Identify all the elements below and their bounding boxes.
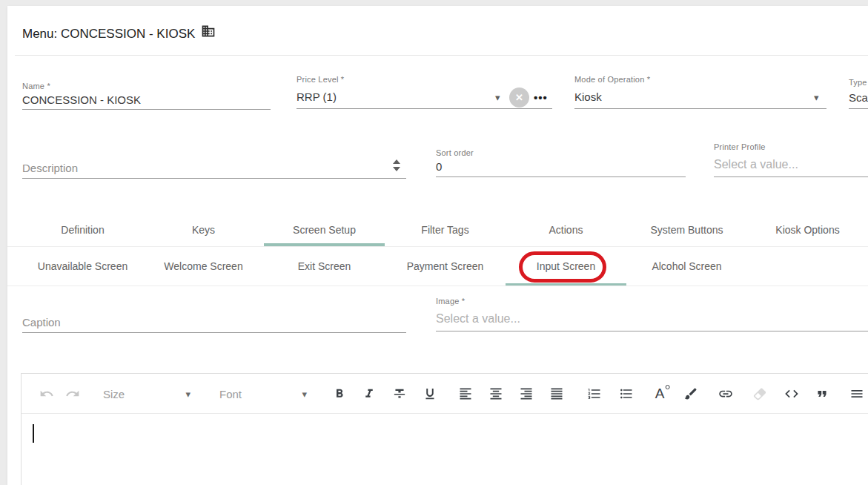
align-right-button[interactable] — [519, 386, 534, 401]
caption-field[interactable]: Caption — [22, 316, 61, 329]
align-left-button[interactable] — [458, 386, 473, 401]
main-tab-bar: Definition Keys Screen Setup Filter Tags… — [22, 214, 868, 246]
image-field-label: Image * — [436, 297, 465, 306]
redo-button[interactable] — [65, 386, 80, 401]
description-spinner[interactable] — [393, 159, 400, 171]
sort-order-label: Sort order — [436, 148, 474, 157]
price-level-underline — [296, 108, 552, 109]
tab-input-screen[interactable]: Input Screen — [506, 247, 626, 286]
price-level-more-button[interactable]: ••• — [534, 91, 548, 104]
font-dropdown-arrow-icon: ▾ — [302, 389, 307, 398]
code-view-button[interactable] — [784, 386, 800, 401]
name-field-underline — [22, 109, 271, 110]
tab-spacer — [747, 247, 868, 286]
tab-system-buttons[interactable]: System Buttons — [626, 214, 747, 246]
name-field-label: Name * — [22, 82, 50, 90]
tab-keys[interactable]: Keys — [143, 214, 264, 246]
tab-filter-tags[interactable]: Filter Tags — [385, 214, 506, 246]
type-field[interactable]: Sca — [849, 91, 868, 104]
text-color-button[interactable]: A — [655, 386, 665, 402]
printer-profile-select[interactable]: Select a value... — [714, 158, 798, 171]
tab-alcohol-screen[interactable]: Alcohol Screen — [626, 247, 747, 286]
text-color-a-glyph: A — [655, 386, 665, 402]
building-icon — [201, 24, 216, 42]
align-center-button[interactable] — [488, 386, 503, 401]
highlight-button[interactable] — [683, 386, 698, 401]
font-dropdown-label: Font — [219, 387, 242, 400]
tab-exit-screen[interactable]: Exit Screen — [264, 247, 385, 286]
header-divider — [15, 55, 868, 56]
font-dropdown[interactable]: Font ▾ — [219, 387, 307, 400]
ordered-list-button[interactable] — [587, 386, 602, 401]
tab-kiosk-options[interactable]: Kiosk Options — [747, 214, 868, 246]
mode-of-operation-dropdown-arrow-icon[interactable]: ▾ — [814, 93, 819, 102]
tab-payment-screen[interactable]: Payment Screen — [385, 247, 506, 286]
screen-tab-bar: Unavailable Screen Welcome Screen Exit S… — [22, 247, 868, 286]
mode-of-operation-select[interactable]: Kiosk — [574, 90, 602, 103]
editor-toolbar: Size ▾ Font ▾ — [21, 374, 868, 414]
caption-underline — [22, 332, 406, 333]
bold-button[interactable] — [333, 386, 347, 400]
price-level-label: Price Level * — [296, 75, 344, 84]
eraser-button[interactable] — [752, 386, 767, 401]
underline-button[interactable] — [423, 386, 437, 400]
type-field-underline — [849, 108, 868, 109]
page-title-row: Menu: CONCESSION - KIOSK — [22, 25, 216, 42]
image-underline — [436, 331, 868, 331]
editor-content-area[interactable] — [21, 414, 868, 485]
size-dropdown-label: Size — [103, 387, 125, 400]
link-button[interactable] — [718, 386, 734, 401]
text-color-ring-icon — [665, 385, 669, 389]
spinner-up-icon[interactable] — [393, 159, 400, 164]
line-height-button[interactable] — [849, 386, 864, 401]
type-field-label: Type — [849, 78, 867, 87]
mode-of-operation-underline — [574, 108, 826, 109]
size-dropdown[interactable]: Size ▾ — [103, 387, 191, 400]
image-select[interactable]: Select a value... — [436, 312, 520, 326]
description-field[interactable]: Description — [22, 162, 78, 174]
text-cursor — [33, 424, 34, 443]
tab-screen-setup[interactable]: Screen Setup — [264, 214, 385, 246]
screen-tabs-divider — [7, 286, 868, 286]
tab-actions[interactable]: Actions — [506, 214, 626, 246]
align-justify-button[interactable] — [549, 386, 564, 401]
name-field[interactable]: CONCESSION - KIOSK — [22, 93, 141, 106]
strikethrough-button[interactable] — [393, 386, 407, 400]
printer-profile-underline — [714, 176, 868, 177]
undo-button[interactable] — [39, 386, 54, 401]
tab-definition[interactable]: Definition — [22, 214, 143, 246]
clear-x-icon: ✕ — [515, 92, 523, 103]
tab-welcome-screen[interactable]: Welcome Screen — [143, 247, 264, 286]
printer-profile-label: Printer Profile — [714, 142, 766, 151]
price-level-clear-button[interactable]: ✕ — [509, 88, 529, 108]
price-level-select[interactable]: RRP (1) — [296, 90, 337, 103]
mode-of-operation-label: Mode of Operation * — [574, 75, 650, 84]
spinner-down-icon[interactable] — [393, 167, 400, 171]
description-underline — [22, 178, 406, 179]
unordered-list-button[interactable] — [619, 386, 634, 401]
sort-order-underline — [436, 176, 686, 177]
sort-order-field[interactable]: 0 — [436, 160, 442, 173]
size-dropdown-arrow-icon: ▾ — [185, 389, 191, 398]
rich-text-editor: Size ▾ Font ▾ — [21, 373, 868, 485]
italic-button[interactable] — [362, 386, 377, 400]
blockquote-button[interactable] — [815, 386, 829, 400]
page-title: Menu: CONCESSION - KIOSK — [22, 27, 195, 42]
tab-unavailable-screen[interactable]: Unavailable Screen — [22, 247, 143, 286]
menu-editor-page: Menu: CONCESSION - KIOSK Name * CONCESSI… — [0, 0, 868, 485]
price-level-dropdown-arrow-icon[interactable]: ▾ — [495, 93, 500, 102]
